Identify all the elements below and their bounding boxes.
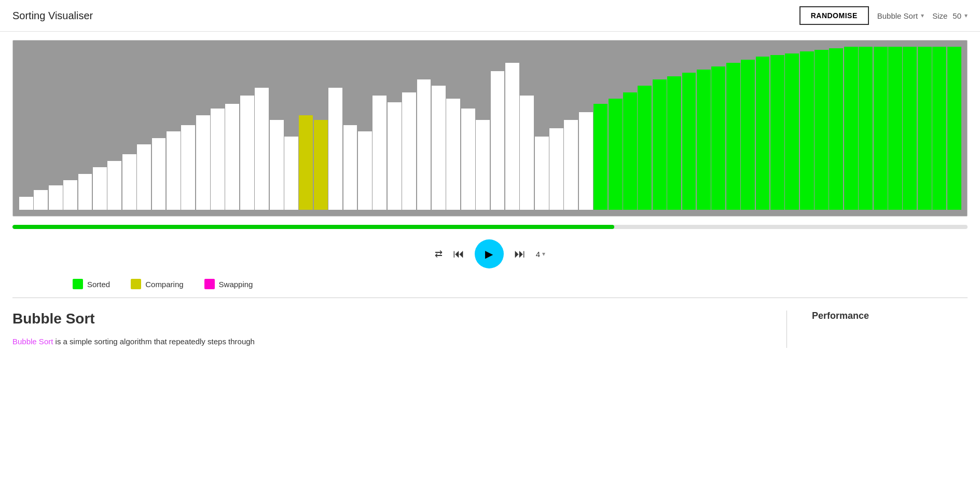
speed-value: 4 <box>536 250 540 259</box>
bar <box>255 88 269 210</box>
play-icon: ▶ <box>485 248 493 260</box>
skip-back-button[interactable]: ⏮ <box>453 247 464 261</box>
bar <box>888 47 902 210</box>
performance-title: Performance <box>812 311 968 321</box>
info-section: Bubble Sort Bubble Sort is a simple sort… <box>12 311 968 348</box>
legend: Sorted Comparing Swapping <box>73 279 968 289</box>
bar <box>549 128 563 210</box>
speed-select[interactable]: 4 ▾ <box>536 250 545 259</box>
bar <box>491 71 505 210</box>
bar <box>122 154 136 210</box>
chevron-down-icon: ▾ <box>964 12 968 19</box>
sorted-label: Sorted <box>87 280 110 289</box>
bar <box>196 115 210 210</box>
bar <box>240 96 254 210</box>
bar <box>593 104 608 210</box>
algo-title: Bubble Sort <box>12 311 762 327</box>
bar <box>844 47 858 210</box>
bar <box>358 131 372 210</box>
swapping-label: Swapping <box>219 280 253 289</box>
bar <box>623 92 637 210</box>
bar <box>328 88 342 210</box>
bars-area <box>13 41 967 216</box>
bar <box>461 109 475 210</box>
size-label: Size <box>932 11 947 20</box>
algorithm-label: Bubble Sort <box>877 11 918 20</box>
bar <box>505 63 519 210</box>
bar <box>476 120 490 210</box>
bar <box>770 55 784 210</box>
sorted-color-swatch <box>73 279 83 289</box>
bar <box>432 86 446 210</box>
algo-description-link[interactable]: Bubble Sort <box>12 337 53 346</box>
bar <box>815 50 829 210</box>
bar <box>903 47 917 210</box>
bar <box>741 60 755 210</box>
bar <box>564 120 578 210</box>
skip-forward-icon: ⏭ <box>514 247 526 261</box>
play-button[interactable]: ▶ <box>475 239 504 268</box>
visualizer-container <box>12 40 968 217</box>
bar <box>947 47 961 210</box>
skip-forward-button[interactable]: ⏭ <box>514 247 526 261</box>
bar <box>19 197 33 210</box>
bar <box>609 99 623 210</box>
comparing-label: Comparing <box>145 280 183 289</box>
chevron-down-icon: ▾ <box>921 12 924 19</box>
bar <box>181 125 195 210</box>
bar <box>726 63 740 210</box>
info-left: Bubble Sort Bubble Sort is a simple sort… <box>12 311 762 348</box>
bar <box>829 48 843 210</box>
swapping-color-swatch <box>204 279 215 289</box>
legend-swapping: Swapping <box>204 279 253 289</box>
progress-bar-container <box>12 225 968 229</box>
bar <box>343 125 357 210</box>
bar <box>667 76 681 210</box>
bar <box>107 161 121 210</box>
bar <box>78 174 92 210</box>
bar <box>417 79 431 210</box>
randomise-button[interactable]: RANDOMISE <box>799 6 869 25</box>
bar <box>137 144 151 210</box>
info-right: Performance <box>812 311 968 348</box>
progress-bar-fill <box>12 225 614 229</box>
skip-back-icon: ⏮ <box>453 247 464 261</box>
bar <box>785 53 799 210</box>
bar <box>932 47 946 210</box>
section-divider <box>12 298 968 298</box>
bar <box>859 47 873 210</box>
legend-comparing: Comparing <box>131 279 183 289</box>
size-value: 50 <box>953 11 961 20</box>
bar <box>918 47 932 210</box>
bar <box>299 115 313 210</box>
repeat-button[interactable]: ⇄ <box>435 248 443 260</box>
bar <box>225 104 239 210</box>
comparing-color-swatch <box>131 279 141 289</box>
header: Sorting Visualiser RANDOMISE Bubble Sort… <box>0 0 980 32</box>
size-select[interactable]: Size 50 ▾ <box>932 11 968 20</box>
chevron-down-icon: ▾ <box>542 250 545 258</box>
algo-description: Bubble Sort is a simple sorting algorith… <box>12 335 762 348</box>
header-controls: RANDOMISE Bubble Sort ▾ Size 50 ▾ <box>799 6 968 25</box>
bar <box>711 66 725 210</box>
vertical-divider <box>786 311 787 348</box>
bar <box>372 96 387 210</box>
controls: ⇄ ⏮ ▶ ⏭ 4 ▾ <box>0 239 980 268</box>
bar <box>284 137 298 210</box>
bar <box>874 47 888 210</box>
bar <box>756 57 770 210</box>
bar <box>93 167 107 210</box>
bar <box>697 70 711 210</box>
app-title: Sorting Visualiser <box>12 10 93 22</box>
algo-description-text: is a simple sorting algorithm that repea… <box>53 337 255 346</box>
algorithm-select[interactable]: Bubble Sort ▾ <box>877 11 924 20</box>
bar <box>270 120 284 210</box>
bar <box>167 131 181 210</box>
bar <box>653 79 667 210</box>
repeat-icon: ⇄ <box>435 248 443 260</box>
bar <box>579 112 593 210</box>
bar <box>446 99 460 210</box>
bar <box>402 92 416 210</box>
bar <box>34 190 48 210</box>
bar <box>314 120 328 210</box>
